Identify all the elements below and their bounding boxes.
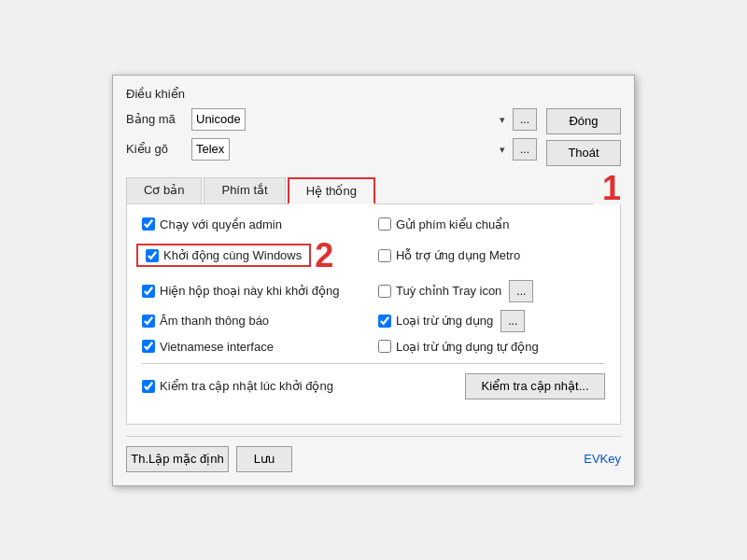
evkey-link[interactable]: EVKey: [584, 452, 621, 466]
kieu-go-label: Kiểu gõ: [126, 142, 191, 156]
loai-tru-ung-dung-tu-dong-label: Loại trừ ứng dụng tự động: [396, 340, 539, 354]
dieu-khien-title: Điều khiển: [126, 87, 621, 101]
kiem-tra-row: Kiểm tra cập nhật lúc khởi động Kiểm tra…: [142, 373, 605, 399]
checkbox-grid: Chạy với quyền admin Gửi phím kiểu chuẩn…: [142, 217, 605, 354]
tuy-chinh-tray-more-button[interactable]: ...: [509, 280, 533, 302]
am-thanh-thong-bao-checkbox[interactable]: [142, 315, 155, 328]
thoat-button[interactable]: Thoát: [546, 140, 621, 166]
action-buttons: Đóng Thoát: [546, 108, 621, 168]
chay-voi-quyen-admin-checkbox[interactable]: [142, 217, 155, 231]
tuy-chinh-tray-item[interactable]: Tuỳ chỉnh Tray icon: [378, 284, 501, 298]
dong-button[interactable]: Đóng: [546, 108, 621, 134]
fields-area: Bảng mã Unicode ... Kiểu gõ: [126, 108, 537, 168]
kieu-go-more-button[interactable]: ...: [513, 138, 537, 161]
luu-button[interactable]: Lưu: [236, 446, 292, 472]
kiem-tra-label: Kiểm tra cập nhật lúc khởi động: [160, 379, 333, 393]
bang-ma-label: Bảng mã: [126, 112, 191, 126]
am-thanh-thong-bao-label: Âm thanh thông báo: [160, 314, 269, 328]
kiem-tra-checkbox[interactable]: [142, 380, 155, 393]
chay-voi-quyen-admin-label: Chạy với quyền admin: [160, 217, 282, 231]
loai-tru-ung-dung-checkbox[interactable]: [378, 315, 391, 328]
tuy-chinh-tray-checkbox[interactable]: [378, 285, 391, 298]
dieu-khien-section: Điều khiển Bảng mã Unicode ...: [126, 87, 621, 168]
tabs-with-annotation: Cơ bản Phím tắt Hệ thống 1: [126, 168, 621, 204]
tuy-chinh-tray-label: Tuỳ chỉnh Tray icon: [396, 284, 501, 298]
dialog-footer: Th.Lập mặc định Lưu EVKey: [126, 436, 621, 472]
annotation-2: 2: [315, 239, 333, 273]
loai-tru-ung-dung-row: Loại trừ ứng dụng ...: [378, 310, 605, 332]
gui-phim-kieu-chuan-checkbox[interactable]: [378, 217, 391, 231]
vietnamese-interface-item[interactable]: Vietnamese interface: [142, 340, 369, 354]
ho-tro-ung-dung-metro-label: Hỗ trợ ứng dụng Metro: [396, 248, 520, 262]
kieu-go-select[interactable]: Telex: [191, 138, 230, 161]
bang-ma-row: Bảng mã Unicode ...: [126, 108, 537, 131]
hien-hop-thoai-label: Hiện hộp thoại này khi khởi động: [160, 284, 339, 298]
kiem-tra-checkbox-item[interactable]: Kiểm tra cập nhật lúc khởi động: [142, 379, 333, 393]
hien-hop-thoai-checkbox[interactable]: [142, 285, 155, 298]
am-thanh-thong-bao-item[interactable]: Âm thanh thông báo: [142, 310, 369, 332]
top-controls: Bảng mã Unicode ... Kiểu gõ: [126, 108, 621, 168]
loai-tru-ung-dung-more-button[interactable]: ...: [500, 310, 525, 332]
loai-tru-ung-dung-label: Loại trừ ứng dụng: [396, 314, 493, 328]
kieu-go-select-wrapper: Telex: [191, 138, 509, 161]
khoi-dong-cung-windows-item[interactable]: Khởi động cùng Windows: [136, 244, 311, 267]
gui-phim-kieu-chuan-item[interactable]: Gửi phím kiểu chuẩn: [378, 217, 605, 231]
tab-he-thong[interactable]: Hệ thống: [288, 177, 375, 204]
tab-bar: Cơ bản Phím tắt Hệ thống: [126, 177, 593, 204]
kieu-go-row: Kiểu gõ Telex ...: [126, 138, 537, 161]
bang-ma-field-wrap: Unicode ...: [191, 108, 537, 131]
chay-voi-quyen-admin-item[interactable]: Chạy với quyền admin: [142, 217, 369, 231]
separator-1: [142, 363, 605, 364]
bang-ma-select-wrapper: Unicode: [191, 108, 509, 131]
tab-panel-he-thong: Chạy với quyền admin Gửi phím kiểu chuẩn…: [126, 204, 621, 425]
loai-tru-ung-dung-tu-dong-item[interactable]: Loại trừ ứng dụng tự động: [378, 340, 605, 354]
hien-hop-thoai-item[interactable]: Hiện hộp thoại này khi khởi động: [142, 280, 369, 302]
khoi-dong-cung-windows-checkbox[interactable]: [146, 249, 159, 262]
vietnamese-interface-label: Vietnamese interface: [160, 340, 274, 354]
main-dialog: Điều khiển Bảng mã Unicode ...: [112, 75, 635, 486]
bang-ma-more-button[interactable]: ...: [513, 108, 537, 131]
th-lap-mac-dinh-button[interactable]: Th.Lập mặc định: [126, 446, 229, 472]
bang-ma-select[interactable]: Unicode: [191, 108, 246, 131]
tab-co-ban[interactable]: Cơ bản: [126, 177, 202, 203]
loai-tru-ung-dung-item[interactable]: Loại trừ ứng dụng: [378, 314, 493, 328]
khoi-dong-row-with-annotation: Khởi động cùng Windows 2: [142, 239, 369, 273]
vietnamese-interface-checkbox[interactable]: [142, 340, 155, 353]
gui-phim-kieu-chuan-label: Gửi phím kiểu chuẩn: [396, 217, 510, 231]
ho-tro-ung-dung-metro-item[interactable]: Hỗ trợ ứng dụng Metro: [378, 239, 605, 273]
ho-tro-ung-dung-metro-checkbox[interactable]: [378, 249, 391, 262]
kieu-go-field-wrap: Telex ...: [191, 138, 537, 161]
tab-phim-tat[interactable]: Phím tắt: [204, 177, 285, 203]
loai-tru-ung-dung-tu-dong-checkbox[interactable]: [378, 340, 391, 353]
kiem-tra-button[interactable]: Kiểm tra cập nhật...: [465, 373, 605, 399]
annotation-1: 1: [602, 172, 621, 205]
tuy-chinh-tray-row: Tuỳ chỉnh Tray icon ...: [378, 280, 605, 302]
khoi-dong-cung-windows-label: Khởi động cùng Windows: [163, 248, 302, 262]
